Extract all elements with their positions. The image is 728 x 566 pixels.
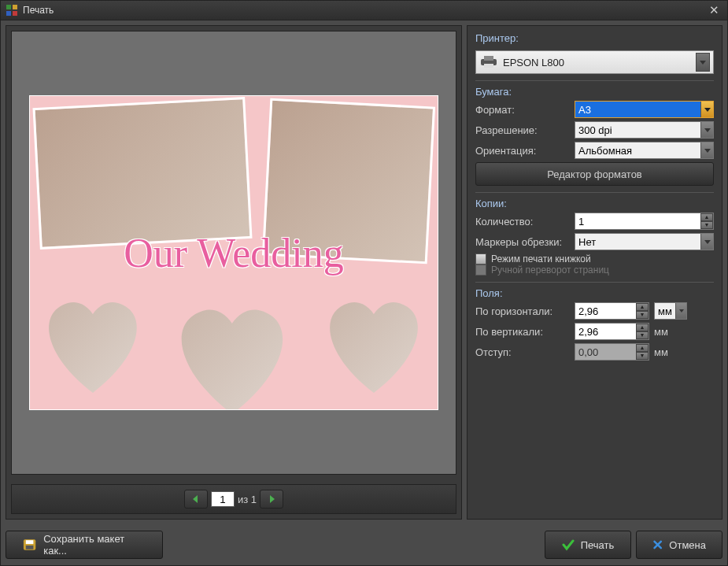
save-icon xyxy=(22,538,37,552)
crop-markers-select[interactable]: Нет xyxy=(575,233,714,250)
chevron-down-icon xyxy=(675,303,686,319)
printer-icon xyxy=(479,54,498,70)
chevron-down-icon xyxy=(700,142,713,158)
next-page-button[interactable] xyxy=(260,490,283,509)
pager: из 1 xyxy=(11,484,456,514)
cancel-label: Отмена xyxy=(669,539,706,551)
window-title: Печать xyxy=(23,5,54,16)
indent-value: 0,00 xyxy=(578,346,636,358)
collage-title-text: Our Wedding xyxy=(30,230,438,276)
booklet-mode-label: Режим печати книжкой xyxy=(491,253,591,265)
vert-value: 2,96 xyxy=(578,326,636,338)
settings-panel: Принтер: EPSON L800 Бумага: Формат: A3 xyxy=(467,25,722,520)
printer-dropdown-button[interactable] xyxy=(696,53,710,72)
footer: Сохранить макет как... Печать Отмена xyxy=(1,524,727,565)
page-total-label: из 1 xyxy=(238,494,257,505)
copies-count-spinner[interactable]: 1 ▲▼ xyxy=(575,213,714,230)
copies-count-value: 1 xyxy=(578,216,700,228)
margins-section-label: Поля: xyxy=(475,287,714,299)
unit-label: мм xyxy=(654,326,674,338)
chevron-down-icon xyxy=(700,122,713,138)
titlebar: Печать ✕ xyxy=(1,1,727,20)
chevron-down-icon xyxy=(700,102,713,117)
copies-section-label: Копии: xyxy=(475,198,714,209)
unit-select[interactable]: мм xyxy=(654,302,687,320)
indent-label: Отступ: xyxy=(475,346,570,358)
preview-panel: Our Wedding из 1 xyxy=(6,25,462,520)
heart-photo-2 xyxy=(167,294,298,410)
printer-name: EPSON L800 xyxy=(503,57,691,68)
page-input[interactable] xyxy=(211,491,235,507)
print-label: Печать xyxy=(581,539,615,551)
unit-value: мм xyxy=(658,305,675,317)
orientation-select[interactable]: Альбомная xyxy=(575,142,714,159)
manual-flip-checkbox: Ручной переворот страниц xyxy=(475,265,714,276)
chevron-down-icon xyxy=(700,234,713,250)
heart-photo-1 xyxy=(36,289,150,403)
vert-label: По вертикали: xyxy=(475,326,570,338)
svg-rect-0 xyxy=(6,5,11,9)
svg-rect-6 xyxy=(484,64,493,68)
format-editor-button[interactable]: Редактор форматов xyxy=(475,162,714,186)
indent-spinner: 0,00 ▲▼ xyxy=(575,343,649,361)
horiz-spinner[interactable]: 2,96 ▲▼ xyxy=(575,302,649,320)
unit-label: мм xyxy=(654,346,674,358)
crop-markers-value: Нет xyxy=(578,236,700,248)
prev-page-button[interactable] xyxy=(184,490,208,509)
cancel-button[interactable]: Отмена xyxy=(636,531,722,559)
booklet-mode-checkbox[interactable]: Режим печати книжкой xyxy=(475,253,714,265)
checkbox-icon xyxy=(475,253,486,265)
checkbox-icon xyxy=(475,265,486,276)
photo-1 xyxy=(32,97,252,250)
svg-rect-3 xyxy=(13,11,17,16)
resolution-label: Разрешение: xyxy=(475,124,570,136)
check-icon xyxy=(562,538,575,551)
printer-select[interactable]: EPSON L800 xyxy=(475,50,714,74)
paper-section-label: Бумага: xyxy=(475,86,714,98)
horiz-label: По горизонтали: xyxy=(475,305,570,317)
save-layout-label: Сохранить макет как... xyxy=(43,533,146,557)
svg-rect-8 xyxy=(26,540,34,544)
orientation-label: Ориентация: xyxy=(475,145,570,157)
heart-photo-3 xyxy=(317,289,431,403)
svg-rect-2 xyxy=(6,11,11,16)
close-icon xyxy=(652,538,663,551)
print-button[interactable]: Печать xyxy=(545,531,631,559)
save-layout-button[interactable]: Сохранить макет как... xyxy=(6,531,163,559)
format-select[interactable]: A3 xyxy=(575,101,714,118)
orientation-value: Альбомная xyxy=(578,145,700,157)
print-canvas: Our Wedding xyxy=(29,95,438,410)
svg-rect-9 xyxy=(26,546,34,549)
crop-markers-label: Маркеры обрезки: xyxy=(475,236,570,248)
resolution-value: 300 dpi xyxy=(578,124,700,136)
app-icon xyxy=(6,4,18,17)
close-button[interactable]: ✕ xyxy=(706,3,722,17)
resolution-select[interactable]: 300 dpi xyxy=(575,121,714,139)
preview-viewport: Our Wedding xyxy=(11,31,456,475)
svg-rect-5 xyxy=(484,56,493,61)
svg-rect-1 xyxy=(13,5,17,9)
horiz-value: 2,96 xyxy=(578,305,636,317)
format-label: Формат: xyxy=(475,104,570,116)
copies-count-label: Количество: xyxy=(475,216,570,228)
manual-flip-label: Ручной переворот страниц xyxy=(491,265,609,276)
vert-spinner[interactable]: 2,96 ▲▼ xyxy=(575,323,649,340)
printer-section-label: Принтер: xyxy=(475,32,714,44)
format-value: A3 xyxy=(578,104,700,116)
